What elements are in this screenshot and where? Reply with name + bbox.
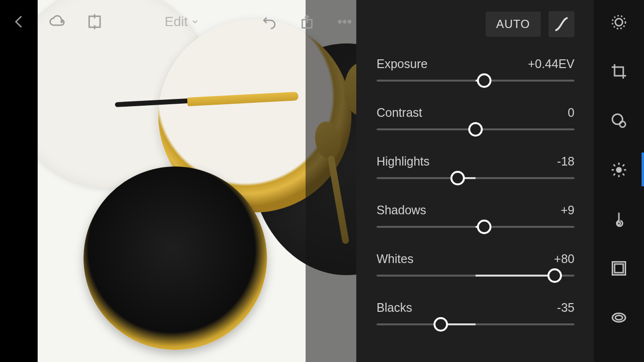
svg-point-11 bbox=[616, 19, 623, 26]
photo-shape bbox=[84, 167, 267, 350]
slider-value: 0 bbox=[568, 106, 574, 120]
slider-label-row: Blacks-35 bbox=[377, 301, 574, 315]
slider-row: Exposure+0.44EV bbox=[377, 57, 574, 82]
slider-label: Contrast bbox=[377, 106, 422, 120]
svg-line-19 bbox=[614, 165, 615, 166]
vignette-icon[interactable] bbox=[608, 258, 630, 279]
svg-point-10 bbox=[613, 16, 626, 29]
svg-line-20 bbox=[623, 174, 624, 175]
tool-rail bbox=[594, 0, 644, 362]
crop-aspect-icon[interactable] bbox=[85, 12, 104, 31]
light-panel-icon[interactable] bbox=[608, 159, 630, 181]
chevron-down-icon bbox=[191, 17, 199, 26]
slider-value: -35 bbox=[557, 301, 574, 315]
slider-label-row: Shadows+9 bbox=[377, 203, 574, 217]
healing-brush-icon[interactable] bbox=[608, 110, 630, 131]
tone-curve-icon bbox=[553, 16, 570, 32]
svg-line-22 bbox=[623, 165, 624, 166]
slider-row: Shadows+9 bbox=[377, 203, 574, 228]
slider-handle[interactable] bbox=[468, 122, 483, 137]
slider-handle[interactable] bbox=[477, 220, 491, 234]
svg-point-12 bbox=[613, 114, 623, 125]
slider-label: Highlights bbox=[377, 154, 430, 168]
slider-label: Exposure bbox=[377, 57, 428, 71]
svg-point-23 bbox=[617, 222, 620, 225]
panel-header: AUTO bbox=[377, 9, 574, 40]
svg-point-27 bbox=[616, 316, 623, 320]
slider-track[interactable] bbox=[377, 275, 574, 277]
more-icon[interactable] bbox=[335, 12, 354, 31]
slider-label: Blacks bbox=[377, 301, 412, 315]
photo-dark-overlay bbox=[306, 0, 356, 362]
undo-icon[interactable] bbox=[260, 12, 279, 31]
slider-label: Whites bbox=[377, 252, 413, 266]
slider-label-row: Highlights-18 bbox=[377, 154, 574, 168]
slider-track[interactable] bbox=[377, 128, 574, 130]
tone-curve-button[interactable] bbox=[548, 11, 574, 37]
slider-handle[interactable] bbox=[434, 317, 448, 332]
back-icon[interactable] bbox=[10, 12, 29, 31]
svg-point-26 bbox=[613, 313, 626, 322]
svg-point-14 bbox=[616, 167, 622, 173]
slider-handle[interactable] bbox=[477, 73, 491, 88]
slider-track[interactable] bbox=[377, 226, 574, 228]
loupe-icon[interactable] bbox=[608, 12, 630, 33]
slider-track[interactable] bbox=[377, 80, 574, 82]
lens-correction-icon[interactable] bbox=[608, 307, 630, 328]
crop-icon[interactable] bbox=[608, 61, 630, 82]
share-icon[interactable] bbox=[297, 12, 317, 31]
slider-row: Contrast0 bbox=[377, 106, 574, 130]
slider-value: +0.44EV bbox=[528, 57, 574, 71]
svg-rect-25 bbox=[615, 264, 623, 273]
slider-handle[interactable] bbox=[450, 171, 465, 185]
slider-handle[interactable] bbox=[547, 268, 562, 283]
slider-value: +80 bbox=[554, 252, 574, 266]
svg-point-9 bbox=[349, 21, 351, 23]
auto-button[interactable]: AUTO bbox=[486, 12, 541, 37]
sliders-list: Exposure+0.44EVContrast0Highlights-18Sha… bbox=[377, 57, 574, 325]
slider-value: +9 bbox=[560, 203, 574, 217]
adjustments-panel: AUTO Exposure+0.44EVContrast0Highlights-… bbox=[356, 0, 594, 362]
cloud-sync-icon[interactable] bbox=[47, 12, 67, 31]
svg-line-21 bbox=[614, 174, 615, 175]
slider-row: Blacks-35 bbox=[377, 301, 574, 325]
slider-label-row: Exposure+0.44EV bbox=[377, 57, 574, 71]
slider-row: Whites+80 bbox=[377, 252, 574, 277]
slider-row: Highlights-18 bbox=[377, 154, 574, 179]
photo-canvas[interactable] bbox=[38, 0, 356, 362]
slider-label: Shadows bbox=[377, 203, 426, 217]
slider-label-row: Whites+80 bbox=[377, 252, 574, 266]
slider-label-row: Contrast0 bbox=[377, 106, 574, 120]
slider-track[interactable] bbox=[377, 177, 574, 179]
mode-label: Edit bbox=[165, 14, 188, 29]
svg-point-8 bbox=[344, 21, 346, 23]
slider-value: -18 bbox=[557, 154, 574, 168]
svg-point-13 bbox=[620, 122, 626, 127]
mode-dropdown[interactable]: Edit bbox=[165, 14, 199, 29]
temperature-icon[interactable] bbox=[608, 209, 630, 230]
slider-track[interactable] bbox=[377, 323, 574, 325]
svg-point-7 bbox=[339, 21, 341, 23]
